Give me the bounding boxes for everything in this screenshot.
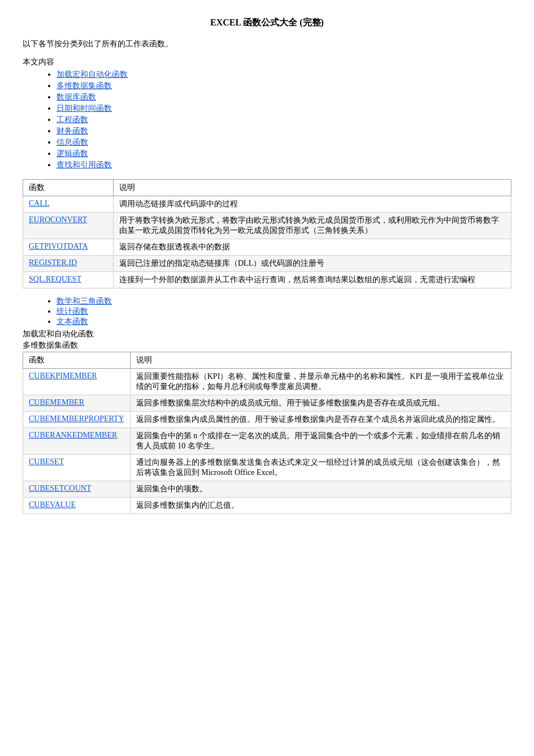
toc-section: 本文内容 加载宏和自动化函数 多维数据集函数 数据库函数 日期和时间函数 工程函… (23, 57, 511, 170)
table2-header-func: 函数 (23, 352, 131, 369)
table-row: CUBESET 通过向服务器上的多维数据集发送集合表达式来定义一组经过计算的成员… (23, 455, 511, 481)
table-row: CUBEMEMBER 返回多维数据集层次结构中的成员或元组。用于验证多维数据集内… (23, 395, 511, 412)
table-row: EUROCONVERT 用于将数字转换为欧元形式，将数字由欧元形式转换为欧元成员… (23, 213, 511, 239)
function-table-1: 函数 说明 CALL 调用动态链接库或代码源中的过程 EUROCONVERT 用… (23, 179, 511, 288)
table2-header-desc: 说明 (130, 352, 511, 369)
table-row: CALL 调用动态链接库或代码源中的过程 (23, 196, 511, 213)
toc-link-5[interactable]: 工程函数 (57, 115, 88, 124)
func-name-cell: EUROCONVERT (23, 213, 114, 239)
func-desc-cell: 返回集合中的项数。 (130, 481, 511, 498)
section-header-2: 多维数据集函数 (23, 340, 511, 351)
table-row: CUBEVALUE 返回多维数据集内的汇总值。 (23, 498, 511, 514)
func-link-getpivotdata[interactable]: GETPIVOTDATA (29, 242, 88, 250)
table-row: CUBEKPIMEMBER 返回重要性能指标（KPI）名称、属性和度量，并显示单… (23, 369, 511, 395)
func-name-cell: CUBEVALUE (23, 498, 131, 514)
section-link-text[interactable]: 文本函数 (57, 317, 88, 326)
toc-item-9[interactable]: 查找和引用函数 (57, 160, 511, 170)
func-desc-cell: 调用动态链接库或代码源中的过程 (114, 196, 511, 213)
func-link-cubevalue[interactable]: CUBEVALUE (29, 500, 76, 509)
func-name-cell: REGISTER.ID (23, 256, 114, 272)
func-name-cell: CUBERANKEDMEMBER (23, 428, 131, 455)
func-desc-cell: 返回多维数据集层次结构中的成员或元组。用于验证多维数据集内是否存在成员或元组。 (130, 395, 511, 412)
toc-item-4[interactable]: 日期和时间函数 (57, 103, 511, 114)
func-name-cell: GETPIVOTDATA (23, 239, 114, 256)
toc-link-6[interactable]: 财务函数 (57, 127, 88, 135)
toc-link-1[interactable]: 加载宏和自动化函数 (57, 70, 128, 79)
intro-text: 以下各节按分类列出了所有的工作表函数。 (23, 39, 511, 49)
func-link-call[interactable]: CALL (29, 199, 50, 208)
table-row: REGISTER.ID 返回已注册过的指定动态链接库（DLL）或代码源的注册号 (23, 256, 511, 272)
func-desc-cell: 通过向服务器上的多维数据集发送集合表达式来定义一组经过计算的成员或元组（这会创建… (130, 455, 511, 481)
section-link-item-3[interactable]: 文本函数 (57, 317, 511, 327)
func-name-cell: SQL.REQUEST (23, 272, 114, 288)
section-links-list: 数学和三角函数 统计函数 文本函数 (23, 296, 511, 327)
toc-link-9[interactable]: 查找和引用函数 (57, 161, 112, 169)
func-desc-cell: 用于将数字转换为欧元形式，将数字由欧元形式转换为欧元成员国货币形式，或利用欧元作… (114, 213, 511, 239)
table1-header-func: 函数 (23, 180, 114, 196)
toc-link-8[interactable]: 逻辑函数 (57, 149, 88, 158)
func-name-cell: CALL (23, 196, 114, 213)
func-link-sqlrequest[interactable]: SQL.REQUEST (29, 275, 81, 283)
toc-item-1[interactable]: 加载宏和自动化函数 (57, 70, 511, 80)
func-link-cubesetcount[interactable]: CUBESETCOUNT (29, 484, 91, 493)
table-row: GETPIVOTDATA 返回存储在数据透视表中的数据 (23, 239, 511, 256)
toc-link-4[interactable]: 日期和时间函数 (57, 104, 112, 113)
func-name-cell: CUBESET (23, 455, 131, 481)
func-name-cell: CUBEMEMBER (23, 395, 131, 412)
func-link-cubeset[interactable]: CUBESET (29, 457, 64, 466)
table-row: CUBESETCOUNT 返回集合中的项数。 (23, 481, 511, 498)
table1-header-desc: 说明 (114, 180, 511, 196)
toc-item-2[interactable]: 多维数据集函数 (57, 81, 511, 91)
toc-title: 本文内容 (23, 57, 511, 67)
toc-link-3[interactable]: 数据库函数 (57, 93, 96, 101)
toc-list: 加载宏和自动化函数 多维数据集函数 数据库函数 日期和时间函数 工程函数 财务函… (23, 70, 511, 170)
func-desc-cell: 返回存储在数据透视表中的数据 (114, 239, 511, 256)
toc-item-3[interactable]: 数据库函数 (57, 92, 511, 102)
func-name-cell: CUBESETCOUNT (23, 481, 131, 498)
func-link-cubekpimember[interactable]: CUBEKPIMEMBER (29, 371, 97, 380)
toc-link-2[interactable]: 多维数据集函数 (57, 81, 112, 90)
table-row: SQL.REQUEST 连接到一个外部的数据源并从工作表中运行查询，然后将查询结… (23, 272, 511, 288)
section-header-1: 加载宏和自动化函数 (23, 329, 511, 339)
func-name-cell: CUBEMEMBERPROPERTY (23, 412, 131, 428)
section-link-math[interactable]: 数学和三角函数 (57, 297, 112, 305)
toc-item-7[interactable]: 信息函数 (57, 137, 511, 148)
section-link-item-1[interactable]: 数学和三角函数 (57, 296, 511, 306)
section-link-stats[interactable]: 统计函数 (57, 307, 88, 316)
func-desc-cell: 返回多维数据集内成员属性的值。用于验证多维数据集内是否存在某个成员名并返回此成员… (130, 412, 511, 428)
func-desc-cell: 连接到一个外部的数据源并从工作表中运行查询，然后将查询结果以数组的形式返回，无需… (114, 272, 511, 288)
func-link-cubemember[interactable]: CUBEMEMBER (29, 398, 84, 407)
toc-item-5[interactable]: 工程函数 (57, 115, 511, 125)
section-link-item-2[interactable]: 统计函数 (57, 306, 511, 317)
func-link-cubememberproperty[interactable]: CUBEMEMBERPROPERTY (29, 414, 124, 423)
func-link-euroconvert[interactable]: EUROCONVERT (29, 215, 87, 224)
table-row: CUBERANKEDMEMBER 返回集合中的第 n 个或排在一定名次的成员。用… (23, 428, 511, 455)
function-table-2: 函数 说明 CUBEKPIMEMBER 返回重要性能指标（KPI）名称、属性和度… (23, 352, 511, 514)
func-desc-cell: 返回已注册过的指定动态链接库（DLL）或代码源的注册号 (114, 256, 511, 272)
func-name-cell: CUBEKPIMEMBER (23, 369, 131, 395)
table-row: CUBEMEMBERPROPERTY 返回多维数据集内成员属性的值。用于验证多维… (23, 412, 511, 428)
func-link-registerid[interactable]: REGISTER.ID (29, 258, 77, 267)
page-title: EXCEL 函数公式大全 (完整) (23, 17, 511, 29)
toc-item-6[interactable]: 财务函数 (57, 126, 511, 136)
func-link-cuberankedmember[interactable]: CUBERANKEDMEMBER (29, 431, 117, 439)
toc-link-7[interactable]: 信息函数 (57, 138, 88, 146)
func-desc-cell: 返回集合中的第 n 个或排在一定名次的成员。用于返回集合中的一个或多个元素，如业… (130, 428, 511, 455)
func-desc-cell: 返回多维数据集内的汇总值。 (130, 498, 511, 514)
toc-item-8[interactable]: 逻辑函数 (57, 149, 511, 159)
func-desc-cell: 返回重要性能指标（KPI）名称、属性和度量，并显示单元格中的名称和属性。KPI … (130, 369, 511, 395)
